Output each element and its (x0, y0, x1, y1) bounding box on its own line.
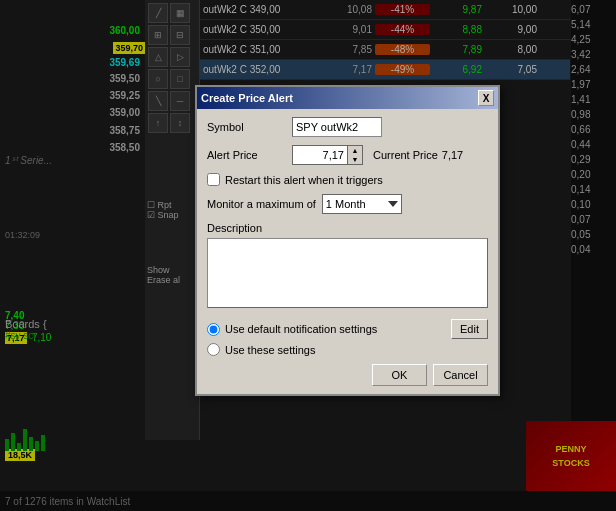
alert-price-input[interactable] (292, 145, 347, 165)
symbol-input[interactable] (292, 117, 382, 137)
ok-button[interactable]: OK (372, 364, 427, 386)
cancel-button[interactable]: Cancel (433, 364, 488, 386)
current-price-label: Current Price (373, 149, 438, 161)
modal-body: Symbol Alert Price ▲ ▼ Current Price 7,1… (197, 109, 498, 394)
description-section: Description (207, 222, 488, 319)
radio-custom-label: Use these settings (225, 344, 488, 356)
radio-custom[interactable] (207, 343, 220, 356)
create-price-alert-dialog: Create Price Alert X Symbol Alert Price … (195, 85, 500, 396)
spinner-up-button[interactable]: ▲ (348, 146, 362, 155)
radio-row-default: Use default notification settings Edit (207, 319, 488, 339)
radio-section: Use default notification settings Edit U… (207, 319, 488, 356)
current-price-value: 7,17 (442, 149, 463, 161)
symbol-label: Symbol (207, 121, 292, 133)
modal-title-bar: Create Price Alert X (197, 87, 498, 109)
monitor-row: Monitor a maximum of 1 Month3 Months6 Mo… (207, 194, 488, 214)
description-textarea[interactable] (207, 238, 488, 308)
radio-row-custom: Use these settings (207, 343, 488, 356)
radio-default[interactable] (207, 323, 220, 336)
edit-button[interactable]: Edit (451, 319, 488, 339)
modal-close-button[interactable]: X (478, 90, 494, 106)
restart-checkbox-row: Restart this alert when it triggers (207, 173, 488, 186)
spinner-buttons: ▲ ▼ (347, 145, 363, 165)
monitor-label: Monitor a maximum of (207, 198, 316, 210)
modal-title: Create Price Alert (201, 92, 293, 104)
dialog-button-row: OK Cancel (207, 364, 488, 386)
monitor-select[interactable]: 1 Month3 Months6 Months1 YearForever (322, 194, 402, 214)
restart-checkbox-label: Restart this alert when it triggers (225, 174, 383, 186)
alert-price-label: Alert Price (207, 149, 292, 161)
spinner-down-button[interactable]: ▼ (348, 155, 362, 164)
symbol-row: Symbol (207, 117, 488, 137)
alert-price-row: Alert Price ▲ ▼ Current Price 7,17 (207, 145, 488, 165)
radio-default-label: Use default notification settings (225, 323, 451, 335)
alert-price-spinner: ▲ ▼ (292, 145, 363, 165)
restart-checkbox[interactable] (207, 173, 220, 186)
description-label: Description (207, 222, 488, 234)
